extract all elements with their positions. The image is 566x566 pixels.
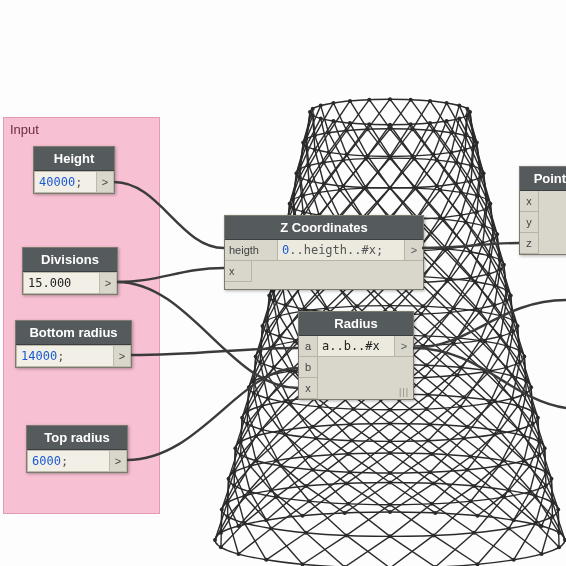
svg-line-17 (465, 115, 467, 149)
svg-line-600 (471, 501, 509, 528)
zcoord-input-x[interactable]: x (225, 261, 252, 282)
svg-point-1035 (213, 538, 217, 542)
svg-point-763 (438, 216, 442, 220)
radius-input-a[interactable]: a (299, 336, 318, 357)
svg-line-133 (290, 177, 300, 204)
svg-line-603 (346, 505, 390, 536)
svg-line-654 (346, 535, 390, 566)
height-value-field[interactable]: 40000; (34, 171, 97, 193)
svg-point-760 (485, 206, 489, 210)
node-point-by[interactable]: Point.By x y z (519, 166, 566, 255)
radius-input-x[interactable]: x (299, 378, 318, 399)
node-bottom-radius[interactable]: Bottom radius 14000; > (15, 320, 132, 368)
point-input-z[interactable]: z (520, 233, 539, 254)
svg-point-934 (350, 439, 354, 443)
svg-line-629 (432, 454, 474, 486)
resize-grip-icon[interactable]: ||| (399, 387, 409, 397)
svg-point-938 (245, 422, 249, 426)
svg-line-684 (514, 496, 536, 520)
node-radius[interactable]: Radius a b x a..b..#x > ||| (298, 311, 414, 400)
node-top-radius[interactable]: Top radius 6000; > (26, 425, 128, 473)
svg-line-264 (447, 281, 475, 309)
svg-line-668 (221, 496, 244, 533)
top-radius-output-port[interactable]: > (110, 450, 127, 472)
svg-line-325 (263, 300, 274, 326)
svg-point-828 (469, 250, 473, 254)
svg-line-216 (444, 249, 471, 278)
svg-point-771 (288, 202, 292, 206)
svg-point-805 (481, 224, 485, 228)
svg-line-61 (467, 109, 477, 143)
bottom-radius-output-port[interactable]: > (114, 345, 131, 367)
svg-point-971 (465, 425, 469, 429)
svg-line-43 (321, 106, 329, 133)
svg-line-327 (267, 295, 269, 320)
svg-point-735 (482, 171, 486, 175)
svg-line-87 (300, 143, 304, 170)
svg-line-201 (461, 192, 483, 225)
svg-point-804 (464, 220, 468, 224)
svg-line-542 (524, 412, 533, 436)
svg-point-1025 (540, 552, 544, 556)
svg-point-949 (516, 404, 520, 408)
divisions-output-port[interactable]: > (100, 272, 117, 294)
svg-line-500 (518, 430, 539, 455)
svg-line-406 (485, 372, 512, 399)
svg-line-398 (506, 321, 513, 346)
zcoord-expression[interactable]: 0..heigth..#x; (278, 240, 404, 261)
svg-line-638 (536, 472, 546, 496)
svg-point-981 (388, 503, 392, 507)
svg-point-716 (410, 154, 414, 158)
radius-input-b[interactable]: b (299, 357, 318, 378)
node-height[interactable]: Height 40000; > (33, 146, 115, 194)
top-radius-value-field[interactable]: 6000; (27, 450, 110, 472)
svg-line-655 (266, 533, 306, 560)
svg-line-154 (440, 163, 456, 190)
svg-line-91 (315, 136, 324, 163)
svg-point-834 (473, 307, 477, 311)
svg-line-508 (390, 441, 430, 472)
svg-point-909 (388, 408, 392, 412)
node-z-coordinates[interactable]: Z Coordinates heigth x 0..heigth..#x; > (224, 215, 424, 290)
zcoord-input-heigth[interactable]: heigth (225, 240, 278, 261)
svg-line-513 (256, 434, 285, 460)
point-input-x[interactable]: x (520, 191, 539, 212)
svg-line-259 (475, 274, 488, 309)
svg-line-496 (538, 418, 540, 442)
svg-point-706 (409, 98, 413, 102)
svg-point-783 (495, 232, 499, 236)
bottom-radius-value-field[interactable]: 14000; (16, 345, 114, 367)
height-output-port[interactable]: > (97, 171, 114, 193)
svg-line-203 (477, 196, 494, 230)
svg-line-330 (263, 290, 274, 326)
svg-point-1000 (550, 514, 554, 518)
svg-point-748 (298, 167, 302, 171)
svg-point-876 (478, 310, 482, 314)
svg-line-262 (471, 278, 495, 305)
svg-line-302 (495, 260, 501, 286)
svg-line-146 (340, 159, 366, 190)
node-divisions[interactable]: Divisions 15.000 > (22, 247, 118, 295)
point-input-y[interactable]: y (520, 212, 539, 233)
svg-line-665 (228, 502, 239, 526)
svg-line-493 (526, 381, 538, 417)
svg-line-24 (430, 123, 451, 152)
svg-point-883 (455, 373, 459, 377)
svg-point-1024 (557, 545, 561, 549)
svg-line-255 (504, 265, 507, 301)
svg-line-466 (290, 403, 316, 438)
radius-output-port[interactable]: > (394, 336, 413, 357)
svg-line-474 (242, 381, 254, 417)
svg-line-151 (437, 160, 461, 192)
svg-line-312 (450, 312, 480, 340)
svg-line-558 (350, 472, 390, 505)
svg-line-98 (343, 129, 367, 160)
svg-point-994 (430, 452, 434, 456)
svg-line-357 (457, 340, 480, 375)
svg-line-19 (451, 118, 459, 152)
svg-line-69 (437, 152, 452, 186)
zcoord-output-port[interactable]: > (404, 240, 423, 261)
svg-line-642 (552, 516, 565, 540)
radius-expression[interactable]: a..b..#x (318, 336, 394, 357)
svg-line-672 (266, 486, 306, 520)
